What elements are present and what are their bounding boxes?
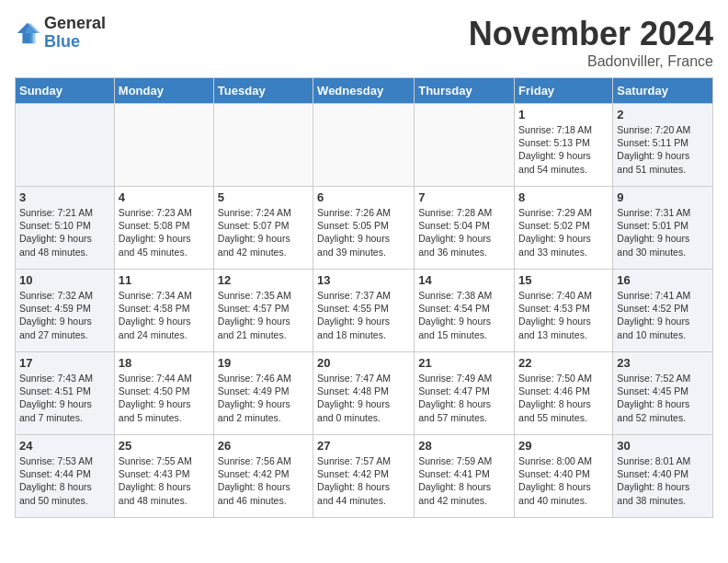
logo: General Blue: [15, 15, 106, 52]
day-number: 25: [119, 439, 210, 453]
table-row: 25Sunrise: 7:55 AM Sunset: 4:43 PM Dayli…: [114, 435, 213, 518]
day-info: Sunrise: 7:38 AM Sunset: 4:54 PM Dayligh…: [418, 289, 510, 341]
month-title: November 2024: [469, 15, 713, 53]
table-row: 21Sunrise: 7:49 AM Sunset: 4:47 PM Dayli…: [415, 352, 515, 435]
day-info: Sunrise: 7:37 AM Sunset: 4:55 PM Dayligh…: [317, 289, 410, 341]
day-number: 4: [119, 190, 210, 204]
page: General Blue November 2024 Badonviller, …: [0, 0, 728, 533]
day-info: Sunrise: 7:29 AM Sunset: 5:02 PM Dayligh…: [518, 206, 609, 259]
table-row: 16Sunrise: 7:41 AM Sunset: 4:52 PM Dayli…: [613, 270, 713, 352]
day-info: Sunrise: 7:35 AM Sunset: 4:57 PM Dayligh…: [218, 289, 309, 341]
day-number: 19: [218, 356, 309, 370]
table-row: 2Sunrise: 7:20 AM Sunset: 5:11 PM Daylig…: [613, 104, 713, 187]
day-info: Sunrise: 7:57 AM Sunset: 4:42 PM Dayligh…: [317, 454, 410, 507]
day-number: 27: [317, 439, 410, 453]
table-row: 11Sunrise: 7:34 AM Sunset: 4:58 PM Dayli…: [114, 270, 213, 352]
day-number: 24: [19, 439, 110, 453]
day-number: 6: [317, 190, 410, 204]
table-row: [16, 104, 115, 187]
table-row: 6Sunrise: 7:26 AM Sunset: 5:05 PM Daylig…: [313, 187, 415, 270]
table-row: 22Sunrise: 7:50 AM Sunset: 4:46 PM Dayli…: [515, 352, 613, 435]
table-row: 14Sunrise: 7:38 AM Sunset: 4:54 PM Dayli…: [415, 270, 515, 352]
table-row: 3Sunrise: 7:21 AM Sunset: 5:10 PM Daylig…: [16, 187, 115, 270]
day-info: Sunrise: 8:00 AM Sunset: 4:40 PM Dayligh…: [518, 454, 609, 507]
table-row: [415, 104, 515, 187]
day-number: 10: [19, 273, 110, 287]
title-block: November 2024 Badonviller, France: [469, 15, 713, 70]
table-row: 17Sunrise: 7:43 AM Sunset: 4:51 PM Dayli…: [16, 352, 115, 435]
header-tuesday: Tuesday: [213, 78, 313, 104]
table-row: 20Sunrise: 7:47 AM Sunset: 4:48 PM Dayli…: [313, 352, 415, 435]
table-row: 23Sunrise: 7:52 AM Sunset: 4:45 PM Dayli…: [613, 352, 713, 435]
calendar-week-row: 1Sunrise: 7:18 AM Sunset: 5:13 PM Daylig…: [16, 104, 713, 187]
table-row: 24Sunrise: 7:53 AM Sunset: 4:44 PM Dayli…: [16, 435, 115, 518]
day-info: Sunrise: 7:56 AM Sunset: 4:42 PM Dayligh…: [218, 454, 309, 507]
day-number: 11: [119, 273, 210, 287]
day-number: 1: [518, 108, 609, 121]
table-row: 8Sunrise: 7:29 AM Sunset: 5:02 PM Daylig…: [515, 187, 613, 270]
table-row: [313, 104, 415, 187]
day-number: 30: [617, 439, 709, 453]
day-number: 14: [418, 273, 510, 287]
day-number: 26: [218, 439, 309, 453]
table-row: 30Sunrise: 8:01 AM Sunset: 4:40 PM Dayli…: [613, 435, 713, 518]
day-info: Sunrise: 7:31 AM Sunset: 5:01 PM Dayligh…: [617, 206, 709, 259]
day-number: 15: [518, 273, 609, 287]
header-sunday: Sunday: [16, 78, 115, 104]
calendar-week-row: 24Sunrise: 7:53 AM Sunset: 4:44 PM Dayli…: [16, 435, 713, 518]
day-number: 28: [418, 439, 510, 453]
day-info: Sunrise: 7:34 AM Sunset: 4:58 PM Dayligh…: [119, 289, 210, 341]
day-info: Sunrise: 7:24 AM Sunset: 5:07 PM Dayligh…: [218, 206, 309, 259]
day-info: Sunrise: 7:40 AM Sunset: 4:53 PM Dayligh…: [518, 289, 609, 341]
logo-icon: [15, 20, 40, 46]
day-number: 22: [518, 356, 609, 370]
day-number: 17: [19, 356, 110, 370]
table-row: 4Sunrise: 7:23 AM Sunset: 5:08 PM Daylig…: [114, 187, 213, 270]
day-info: Sunrise: 7:28 AM Sunset: 5:04 PM Dayligh…: [418, 206, 510, 259]
calendar-header-row: Sunday Monday Tuesday Wednesday Thursday…: [16, 78, 713, 104]
table-row: [213, 104, 313, 187]
day-info: Sunrise: 7:59 AM Sunset: 4:41 PM Dayligh…: [418, 454, 510, 507]
day-info: Sunrise: 7:50 AM Sunset: 4:46 PM Dayligh…: [518, 372, 609, 424]
table-row: 26Sunrise: 7:56 AM Sunset: 4:42 PM Dayli…: [213, 435, 313, 518]
location: Badonviller, France: [469, 53, 713, 70]
table-row: 15Sunrise: 7:40 AM Sunset: 4:53 PM Dayli…: [515, 270, 613, 352]
table-row: 28Sunrise: 7:59 AM Sunset: 4:41 PM Dayli…: [415, 435, 515, 518]
day-info: Sunrise: 7:32 AM Sunset: 4:59 PM Dayligh…: [19, 289, 110, 341]
table-row: 7Sunrise: 7:28 AM Sunset: 5:04 PM Daylig…: [415, 187, 515, 270]
header-monday: Monday: [114, 78, 213, 104]
day-number: 18: [119, 356, 210, 370]
table-row: 5Sunrise: 7:24 AM Sunset: 5:07 PM Daylig…: [213, 187, 313, 270]
table-row: 10Sunrise: 7:32 AM Sunset: 4:59 PM Dayli…: [16, 270, 115, 352]
table-row: 13Sunrise: 7:37 AM Sunset: 4:55 PM Dayli…: [313, 270, 415, 352]
day-number: 8: [518, 190, 609, 204]
header-thursday: Thursday: [415, 78, 515, 104]
day-info: Sunrise: 7:23 AM Sunset: 5:08 PM Dayligh…: [119, 206, 210, 259]
calendar-week-row: 3Sunrise: 7:21 AM Sunset: 5:10 PM Daylig…: [16, 187, 713, 270]
header: General Blue November 2024 Badonviller, …: [15, 15, 713, 70]
day-info: Sunrise: 7:43 AM Sunset: 4:51 PM Dayligh…: [19, 372, 110, 424]
day-number: 7: [418, 190, 510, 204]
day-number: 16: [617, 273, 709, 287]
day-number: 3: [19, 190, 110, 204]
day-number: 21: [418, 356, 510, 370]
day-number: 5: [218, 190, 309, 204]
day-info: Sunrise: 7:47 AM Sunset: 4:48 PM Dayligh…: [317, 372, 410, 424]
table-row: 27Sunrise: 7:57 AM Sunset: 4:42 PM Dayli…: [313, 435, 415, 518]
calendar-table: Sunday Monday Tuesday Wednesday Thursday…: [15, 77, 713, 518]
day-info: Sunrise: 8:01 AM Sunset: 4:40 PM Dayligh…: [617, 454, 709, 507]
header-friday: Friday: [515, 78, 613, 104]
day-info: Sunrise: 7:18 AM Sunset: 5:13 PM Dayligh…: [518, 123, 609, 176]
logo-blue-text: Blue: [44, 33, 106, 52]
table-row: [114, 104, 213, 187]
day-number: 20: [317, 356, 410, 370]
day-info: Sunrise: 7:41 AM Sunset: 4:52 PM Dayligh…: [617, 289, 709, 341]
day-number: 2: [617, 108, 709, 121]
logo-general-text: General: [44, 15, 106, 33]
day-info: Sunrise: 7:53 AM Sunset: 4:44 PM Dayligh…: [19, 454, 110, 507]
day-number: 29: [518, 439, 609, 453]
day-info: Sunrise: 7:44 AM Sunset: 4:50 PM Dayligh…: [119, 372, 210, 424]
table-row: 12Sunrise: 7:35 AM Sunset: 4:57 PM Dayli…: [213, 270, 313, 352]
day-info: Sunrise: 7:20 AM Sunset: 5:11 PM Dayligh…: [617, 123, 709, 176]
day-info: Sunrise: 7:26 AM Sunset: 5:05 PM Dayligh…: [317, 206, 410, 259]
